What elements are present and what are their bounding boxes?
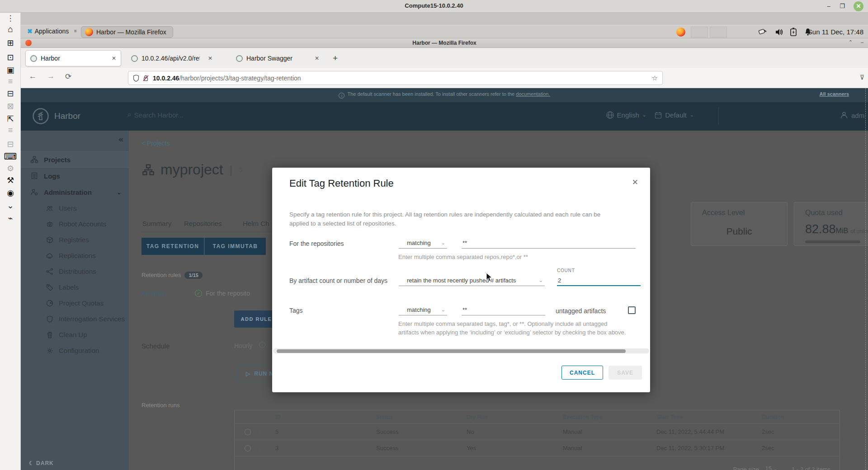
tab-helm-charts[interactable]: Helm Ch [243, 220, 269, 227]
restore-icon[interactable]: ❐ [837, 1, 847, 11]
sidebar-item-interrogation-services[interactable]: Interrogation Services [21, 311, 129, 327]
volume-icon[interactable] [775, 28, 784, 37]
new-tab-button[interactable]: + [333, 53, 338, 63]
tab-swagger[interactable]: Harbor Swagger ✕ [231, 50, 324, 66]
display-sync-icon[interactable]: ⊠ [0, 101, 21, 111]
keyboard-icon[interactable]: ⌨ [0, 151, 21, 162]
new-window-icon[interactable]: ⊞ [0, 38, 21, 48]
tags-input[interactable] [462, 305, 545, 315]
battery-icon[interactable] [789, 28, 797, 37]
insecure-lock-icon[interactable] [143, 75, 149, 82]
reload-icon[interactable]: ⟳ [65, 72, 71, 81]
modal-close-icon[interactable]: ✕ [632, 178, 638, 187]
tab-summary[interactable]: Summary [142, 220, 171, 227]
language-selector[interactable]: English ⌄ [606, 111, 646, 119]
radio-button[interactable] [245, 429, 251, 435]
harbor-brand[interactable]: Harbor [32, 108, 80, 125]
view-selector[interactable]: Default ⌄ [655, 111, 694, 119]
sidebar-item-projects[interactable]: Projects [21, 151, 129, 168]
sidebar-item-replications[interactable]: Replications [21, 248, 129, 263]
column-header[interactable]: Execution Type [563, 414, 656, 420]
minimize-icon[interactable]: – [861, 39, 863, 45]
sidebar-item-robot-accounts[interactable]: Robot Accounts [21, 216, 129, 232]
home-icon[interactable]: ⌂ [0, 24, 21, 34]
tab-tag-immutability[interactable]: TAG IMMUTAB [204, 238, 266, 255]
sidebar-item-logs[interactable]: Logs [21, 168, 129, 184]
sidebar-item-project-quotas[interactable]: Project Quotas [21, 295, 129, 311]
modal-scrollbar[interactable] [273, 348, 649, 353]
settings-gears-icon[interactable]: ⚙ [0, 164, 21, 174]
expand-chevron-icon[interactable]: ❯ [257, 445, 262, 451]
count-selector-dropdown[interactable]: retain the most recently pushed # artifa… [399, 275, 545, 286]
url-bar[interactable]: 10.0.2.46/harbor/projects/3/tag-strategy… [128, 71, 663, 85]
tab-close-icon[interactable]: ✕ [315, 55, 319, 61]
action-dropdown[interactable]: ACTION ⌄ [142, 291, 171, 297]
clock[interactable]: Sun 11 Dec, 17:48 [808, 28, 863, 36]
tab-close-icon[interactable]: ✕ [112, 55, 116, 61]
disconnect-icon[interactable]: ⌁ [0, 213, 21, 223]
tab-tag-retention[interactable]: TAG RETENTION [142, 238, 204, 255]
sidebar-item-users[interactable]: Users [21, 200, 129, 216]
column-header[interactable]: Status [376, 414, 467, 420]
all-scanners-link[interactable]: All scanners [820, 91, 849, 97]
header-search[interactable]: ⌕ [127, 110, 270, 119]
documentation-link[interactable]: documentation. [516, 91, 550, 97]
usb-device-icon[interactable] [758, 28, 768, 37]
search-input[interactable] [134, 111, 270, 119]
handle-icon[interactable]: ≡ [0, 77, 21, 86]
tab-repositories[interactable]: Repositories [184, 220, 222, 227]
firefox-tray-icon[interactable] [676, 28, 685, 37]
forward-icon[interactable]: → [47, 72, 55, 81]
column-header[interactable]: Start Time [656, 414, 762, 420]
handle-icon[interactable]: ≡ [0, 126, 21, 135]
tab-harbor[interactable]: Harbor ✕ [25, 50, 121, 66]
grip-dots-icon[interactable]: ⋮ [0, 14, 21, 23]
sidebar-item-labels[interactable]: Labels [21, 279, 129, 295]
tab-close-icon[interactable]: ✕ [208, 55, 212, 61]
screenshot-focus-icon[interactable]: ⊡ [0, 52, 21, 62]
page-size-select[interactable]: 15 ⌄ [764, 465, 779, 470]
sidebar-item-administration[interactable]: Administration ⌄ [21, 184, 129, 200]
close-icon[interactable]: ✕ [854, 1, 863, 11]
table-row[interactable]: ❯ 3 Success Yes Manual Dec 11, 2022, 5:3… [235, 440, 840, 456]
multi-display-icon[interactable]: ⊟ [0, 89, 21, 99]
column-header[interactable]: ID [275, 414, 376, 420]
pip-display-icon[interactable]: ⊟ [0, 139, 21, 149]
tools-icon[interactable]: ⚒ [0, 175, 21, 185]
screenshot-camera-icon[interactable]: ◉ [0, 188, 21, 198]
menu-handle-icon[interactable]: ≡ [74, 28, 77, 33]
minimize-icon[interactable]: – [824, 1, 834, 11]
shade-icon[interactable]: ⌃ [849, 39, 853, 45]
table-row[interactable]: ❯ 5 Success No Manual Dec 11, 2022, 5:44… [235, 424, 840, 440]
sidebar-collapse-icon[interactable]: « [118, 134, 123, 144]
pocket-shield-icon[interactable]: ⊽ [860, 74, 864, 81]
bookmark-star-icon[interactable]: ☆ [652, 74, 658, 82]
untagged-checkbox[interactable] [628, 306, 636, 314]
dark-theme-toggle[interactable]: ☾ DARK [29, 460, 54, 466]
breadcrumb[interactable]: < Projects [142, 140, 170, 147]
sidebar-item-distributions[interactable]: Distributions [21, 263, 129, 279]
tags-selector-dropdown[interactable]: matching⌄ [399, 305, 447, 315]
column-header[interactable]: Duration [762, 414, 840, 420]
sidebar-item-registries[interactable]: Registries [21, 232, 129, 248]
scrollbar-thumb[interactable] [277, 349, 626, 353]
fullscreen-icon[interactable]: ▣ [0, 65, 21, 75]
count-input[interactable] [557, 275, 641, 286]
save-button[interactable]: SAVE [609, 366, 642, 380]
resize-icon[interactable]: ⇱ [0, 114, 21, 124]
cancel-button[interactable]: CANCEL [561, 366, 603, 380]
column-header[interactable]: Dry Run [467, 414, 563, 420]
sidebar-item-clean-up[interactable]: Clean Up [21, 327, 129, 343]
expand-chevron-icon[interactable]: ❯ [257, 429, 262, 435]
tab-api[interactable]: 10.0.2.46/api/v2.0/retent ✕ [127, 50, 217, 66]
radio-button[interactable] [245, 445, 251, 451]
task-button-firefox[interactable]: Harbor — Mozilla Firefox [81, 26, 173, 38]
info-icon[interactable]: i [259, 342, 265, 348]
repos-selector-dropdown[interactable]: matching⌄ [399, 238, 447, 249]
applications-menu[interactable]: ✖Applications [27, 28, 69, 35]
back-icon[interactable]: ← [29, 72, 37, 81]
sidebar-item-configuration[interactable]: Configuration [21, 343, 129, 358]
user-menu[interactable]: adm [840, 111, 868, 119]
repos-input[interactable] [462, 238, 636, 249]
collapse-chevron-icon[interactable]: ⌄ [0, 201, 21, 211]
